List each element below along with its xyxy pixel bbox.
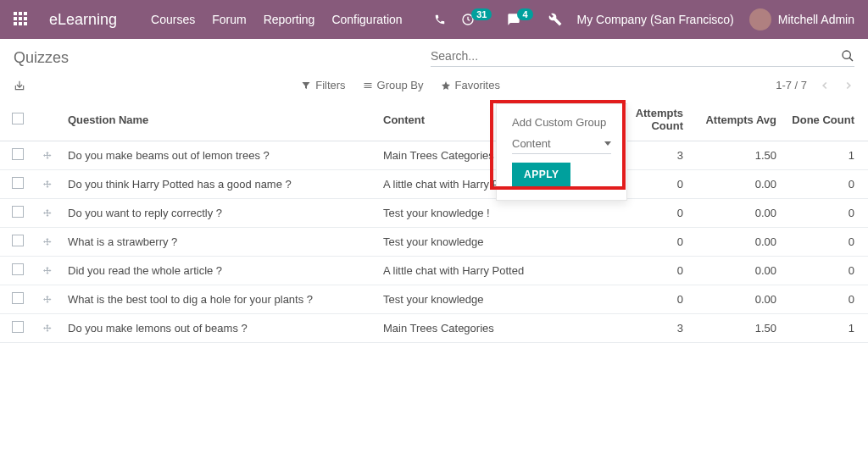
cell-done-count: 0 (783, 170, 868, 199)
cell-question: Do you make beams out of lemon trees ? (61, 141, 376, 170)
export-icon[interactable] (14, 80, 25, 91)
cell-content: Test your knowledge (376, 285, 597, 314)
quizzes-table: Question Name Content Attempts Count Att… (0, 98, 868, 343)
drag-handle-icon[interactable] (42, 237, 54, 247)
cell-question: Do you make lemons out of beams ? (61, 314, 376, 343)
activities-count: 31 (471, 8, 492, 20)
row-checkbox[interactable] (12, 148, 24, 160)
apps-menu-icon[interactable] (14, 12, 29, 27)
drag-handle-icon[interactable] (42, 324, 54, 334)
nav-configuration[interactable]: Configuration (331, 13, 402, 26)
cell-question: What is a strawberry ? (61, 228, 376, 257)
table-row[interactable]: Do you make lemons out of beams ?Main Tr… (0, 314, 868, 343)
messages-count: 4 (517, 8, 532, 20)
favorites-button[interactable]: Favorites (441, 79, 500, 91)
dropdown-title: Add Custom Group (512, 116, 611, 129)
nav-reporting[interactable]: Reporting (264, 13, 315, 26)
table-row[interactable]: Did you read the whole article ?A little… (0, 257, 868, 285)
cell-question: Did you read the whole article ? (61, 257, 376, 285)
page-title: Quizzes (14, 49, 69, 67)
drag-handle-icon[interactable] (42, 208, 54, 218)
cell-question: Do you want to reply correctly ? (61, 199, 376, 228)
nav-right: 31 4 My Company (San Francisco) Mitchell… (434, 8, 854, 30)
col-attempts-avg[interactable]: Attempts Avg (690, 98, 783, 141)
group-by-button[interactable]: Group By (363, 79, 424, 91)
activities-icon[interactable]: 31 (461, 13, 492, 26)
cell-done-count: 0 (783, 257, 868, 285)
drag-handle-icon[interactable] (42, 151, 54, 161)
cell-attempts-avg: 1.50 (690, 141, 783, 170)
cell-attempts-count: 0 (597, 199, 690, 228)
debug-icon[interactable] (548, 13, 562, 26)
pager-range[interactable]: 1-7 / 7 (776, 79, 807, 91)
row-checkbox[interactable] (12, 321, 24, 333)
cell-attempts-count: 0 (597, 228, 690, 257)
search-input[interactable] (431, 49, 841, 63)
select-all-checkbox[interactable] (12, 113, 24, 124)
control-panel: Quizzes Filters Group By Favorites (0, 39, 868, 98)
cell-done-count: 0 (783, 228, 868, 257)
pager-prev-icon[interactable] (819, 80, 831, 91)
caret-down-icon (604, 141, 611, 146)
cell-content: A little chat with Harry Potted (376, 257, 597, 285)
table-row[interactable]: What is the best tool to dig a hole for … (0, 285, 868, 314)
svg-point-1 (843, 51, 850, 58)
cell-content: Main Trees Categories (376, 314, 597, 343)
row-checkbox[interactable] (12, 292, 24, 304)
cell-done-count: 0 (783, 199, 868, 228)
cell-attempts-avg: 0.00 (690, 199, 783, 228)
pager-next-icon[interactable] (843, 80, 854, 91)
table-row[interactable]: What is a strawberry ?Test your knowledg… (0, 228, 868, 257)
cell-question: What is the best tool to dig a hole for … (61, 285, 376, 314)
search-icon[interactable] (841, 49, 854, 63)
group-field-value: Content (512, 137, 551, 150)
apply-button[interactable]: APPLY (512, 163, 570, 186)
nav-links: Courses Forum Reporting Configuration (151, 13, 403, 26)
row-checkbox[interactable] (12, 206, 24, 218)
drag-handle-icon[interactable] (42, 180, 54, 190)
table-row[interactable]: Do you make beams out of lemon trees ?Ma… (0, 141, 868, 170)
cell-content: Test your knowledge (376, 228, 597, 257)
table-row[interactable]: Do you think Harry Potted has a good nam… (0, 170, 868, 199)
user-menu[interactable]: Mitchell Admin (749, 8, 854, 30)
table-row[interactable]: Do you want to reply correctly ?Test you… (0, 199, 868, 228)
user-name: Mitchell Admin (778, 13, 854, 26)
app-brand[interactable]: eLearning (49, 11, 117, 29)
cell-attempts-count: 0 (597, 257, 690, 285)
cell-attempts-avg: 0.00 (690, 170, 783, 199)
row-checkbox[interactable] (12, 177, 24, 189)
cell-attempts-avg: 0.00 (690, 228, 783, 257)
user-avatar (749, 8, 771, 30)
messages-icon[interactable]: 4 (507, 13, 532, 26)
company-switcher[interactable]: My Company (San Francisco) (577, 13, 734, 26)
search-options: Filters Group By Favorites (301, 79, 500, 91)
cell-attempts-avg: 1.50 (690, 314, 783, 343)
nav-forum[interactable]: Forum (212, 13, 246, 26)
voip-icon[interactable] (434, 14, 446, 25)
group-by-dropdown: Add Custom Group Content APPLY (496, 103, 627, 201)
cell-done-count: 1 (783, 141, 868, 170)
cell-attempts-avg: 0.00 (690, 285, 783, 314)
pager: 1-7 / 7 (776, 79, 854, 91)
search-bar[interactable] (431, 49, 854, 67)
group-field-select[interactable]: Content (512, 135, 611, 154)
cell-attempts-avg: 0.00 (690, 257, 783, 285)
cell-attempts-count: 3 (597, 314, 690, 343)
drag-handle-icon[interactable] (42, 295, 54, 305)
cell-attempts-count: 0 (597, 285, 690, 314)
cell-question: Do you think Harry Potted has a good nam… (61, 170, 376, 199)
cell-done-count: 1 (783, 314, 868, 343)
drag-handle-icon[interactable] (42, 266, 54, 276)
filters-button[interactable]: Filters (301, 79, 345, 91)
nav-courses[interactable]: Courses (151, 13, 195, 26)
col-done-count[interactable]: Done Count (783, 98, 868, 141)
cell-content: Test your knowledge ! (376, 199, 597, 228)
row-checkbox[interactable] (12, 235, 24, 246)
row-checkbox[interactable] (12, 263, 24, 275)
top-navbar: eLearning Courses Forum Reporting Config… (0, 0, 868, 39)
col-question[interactable]: Question Name (61, 98, 376, 141)
cell-done-count: 0 (783, 285, 868, 314)
